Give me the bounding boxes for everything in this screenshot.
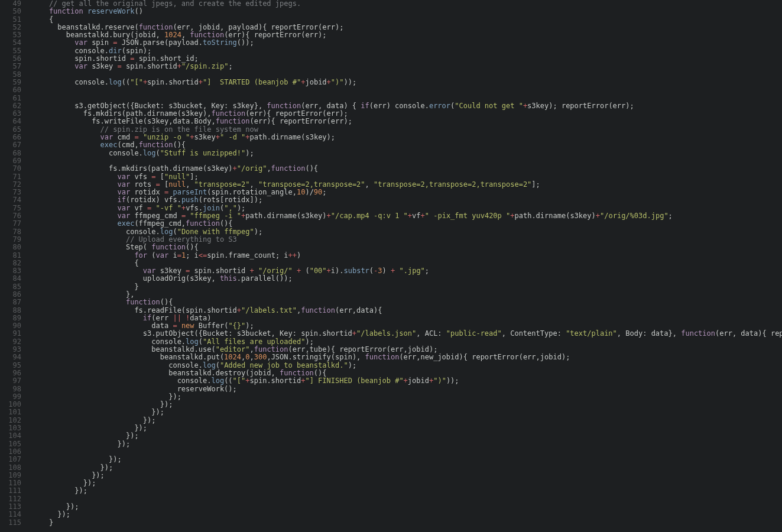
code-line[interactable]: }); (32, 440, 778, 448)
code-line[interactable] (32, 157, 778, 165)
code-line[interactable]: { (32, 16, 778, 24)
line-number: 106 (4, 448, 21, 456)
code-line[interactable]: beanstalkd.destroy(jobid, function(){ (32, 369, 778, 377)
line-number: 109 (4, 472, 21, 479)
code-line[interactable]: console.dir(spin); (32, 47, 778, 55)
line-number: 100 (4, 401, 21, 408)
code-line[interactable] (32, 495, 778, 503)
line-number: 69 (4, 157, 21, 165)
code-line[interactable]: fs.mkdirs(path.dirname(s3key)+"/orig",fu… (32, 165, 778, 173)
code-line[interactable]: console.log("All files are uploaded"); (32, 338, 778, 346)
code-line[interactable]: fs.writeFile(s3key,data.Body,function(er… (32, 118, 778, 125)
line-number: 62 (4, 102, 21, 110)
code-line[interactable]: }); (32, 487, 778, 495)
code-line[interactable] (32, 448, 778, 456)
code-line[interactable]: // spin.zip is on the file system now (32, 126, 778, 134)
code-line[interactable]: beanstalkd.reserve(function(err, jobid, … (32, 24, 778, 31)
code-line[interactable]: var rotidx = parseInt(spin.rotation_angl… (32, 189, 778, 196)
code-line[interactable]: }, (32, 291, 778, 299)
code-line[interactable]: var spin = JSON.parse(payload.toString()… (32, 39, 778, 47)
code-line[interactable]: var vfs = ["null"]; (32, 173, 778, 181)
code-line[interactable]: console.log(("["+spin.shortid+"] FINISHE… (32, 377, 778, 385)
line-number: 51 (4, 16, 21, 24)
line-number: 112 (4, 495, 21, 503)
code-line[interactable]: var vf = "-vf "+vfs.join(","); (32, 205, 778, 212)
code-line[interactable]: console.log("Stuff is unzipped!"); (32, 150, 778, 157)
code-line[interactable] (32, 95, 778, 102)
code-line[interactable]: function reserveWork() (32, 8, 778, 15)
code-line[interactable]: // get all the original jpegs, and creat… (32, 0, 778, 8)
line-number: 95 (4, 362, 21, 369)
line-number: 96 (4, 369, 21, 377)
code-line[interactable]: for (var i=1; i<=spin.frame_count; i++) (32, 252, 778, 259)
code-line[interactable]: }); (32, 401, 778, 408)
line-number: 67 (4, 141, 21, 149)
code-line[interactable]: exec(cmd,function(){ (32, 141, 778, 149)
line-number: 58 (4, 71, 21, 79)
code-line[interactable]: }); (32, 456, 778, 463)
line-number: 81 (4, 252, 21, 259)
code-editor[interactable]: 4950515253545556575859606162636465666768… (0, 0, 782, 532)
line-number: 101 (4, 408, 21, 416)
code-line[interactable]: s3.getObject({Bucket: s3bucket, Key: s3k… (32, 102, 778, 110)
line-number: 97 (4, 377, 21, 385)
code-line[interactable]: }); (32, 511, 778, 518)
line-number: 74 (4, 196, 21, 204)
code-line[interactable]: data = new Buffer("{}"); (32, 322, 778, 330)
code-line[interactable]: if(rotidx) vfs.push(rots[rotidx]); (32, 196, 778, 204)
line-number: 110 (4, 479, 21, 487)
code-line[interactable]: } (32, 519, 778, 527)
code-line[interactable]: console.log("Added new job to beanstalkd… (32, 362, 778, 369)
code-line[interactable]: if(err || !data) (32, 314, 778, 322)
line-number: 113 (4, 503, 21, 511)
code-line[interactable]: }); (32, 393, 778, 401)
code-line[interactable]: }); (32, 417, 778, 424)
line-number: 99 (4, 393, 21, 401)
code-line[interactable] (32, 71, 778, 79)
code-line[interactable]: beanstalkd.bury(jobid, 1024, function(er… (32, 31, 778, 39)
code-line[interactable]: fs.readFile(spin.shortid+"/labels.txt",f… (32, 307, 778, 314)
code-line[interactable]: Step( function(){ (32, 244, 778, 251)
line-number: 71 (4, 173, 21, 181)
code-line[interactable]: var rots = [null, "transpose=2", "transp… (32, 181, 778, 189)
code-line[interactable]: var ffmpeg_cmd = "ffmpeg -i "+path.dirna… (32, 212, 778, 220)
line-number: 86 (4, 291, 21, 299)
line-number-gutter: 4950515253545556575859606162636465666768… (0, 0, 27, 532)
line-number: 65 (4, 126, 21, 134)
code-line[interactable]: var cmd = "unzip -o "+s3key+" -d "+path.… (32, 134, 778, 141)
code-line[interactable]: }); (32, 464, 778, 472)
code-line[interactable]: spin.shortid = spin.short_id; (32, 55, 778, 63)
line-number: 90 (4, 322, 21, 330)
code-line[interactable]: exec(ffmpeg_cmd,function(){ (32, 220, 778, 228)
code-line[interactable]: }); (32, 432, 778, 440)
code-line[interactable]: s3.putObject({Bucket: s3bucket, Key: spi… (32, 330, 778, 338)
line-number: 84 (4, 275, 21, 283)
line-number: 72 (4, 181, 21, 189)
line-number: 49 (4, 0, 21, 8)
code-line[interactable]: }); (32, 424, 778, 432)
code-line[interactable]: }); (32, 503, 778, 511)
code-line[interactable]: }); (32, 408, 778, 416)
code-line[interactable] (32, 86, 778, 94)
code-line[interactable]: beanstalkd.put(1024,0,300,JSON.stringify… (32, 353, 778, 361)
line-number: 83 (4, 267, 21, 275)
code-line[interactable]: beanstalkd.use("editor",function(err,tub… (32, 346, 778, 353)
code-line[interactable]: // Upload everything to S3 (32, 236, 778, 244)
code-line[interactable]: console.log("Done with ffmpeg"); (32, 228, 778, 236)
code-line[interactable]: fs.mkdirs(path.dirname(s3key),function(e… (32, 110, 778, 118)
code-line[interactable]: { (32, 259, 778, 267)
code-line[interactable]: function(){ (32, 299, 778, 306)
code-line[interactable]: }); (32, 479, 778, 487)
code-line[interactable]: var s3key = spin.shortid + "/orig/" + ("… (32, 267, 778, 275)
code-line[interactable]: console.log(("["+spin.shortid+"] STARTED… (32, 79, 778, 86)
line-number: 73 (4, 189, 21, 196)
line-number: 61 (4, 95, 21, 102)
code-line[interactable]: var s3key = spin.shortid+"/spin.zip"; (32, 63, 778, 70)
line-number: 115 (4, 519, 21, 527)
code-line[interactable]: } (32, 283, 778, 291)
code-area[interactable]: // get all the original jpegs, and creat… (27, 0, 782, 532)
line-number: 50 (4, 8, 21, 15)
code-line[interactable]: }); (32, 472, 778, 479)
code-line[interactable]: reserveWork(); (32, 385, 778, 393)
code-line[interactable]: uploadOrig(s3key, this.parallel()); (32, 275, 778, 283)
